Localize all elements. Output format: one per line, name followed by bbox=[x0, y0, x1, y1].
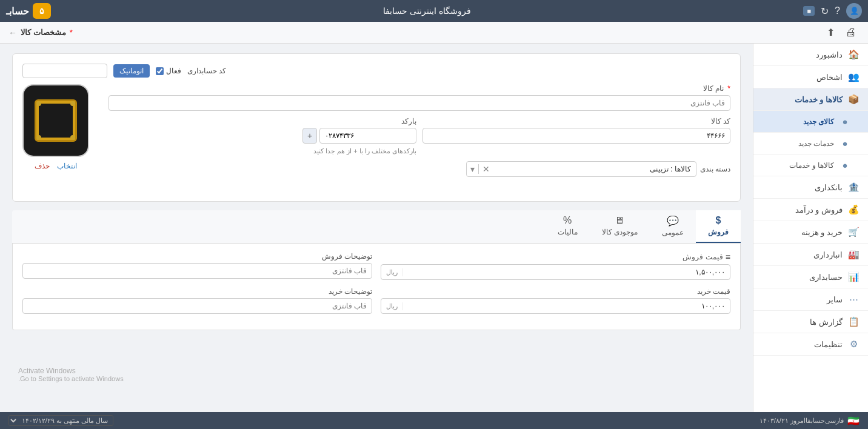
sidebar-item-kalaye-jadid[interactable]: ● کالای جدید bbox=[753, 111, 868, 133]
tab-maliyat[interactable]: % مالیات bbox=[546, 210, 590, 243]
desc-kharid-label: توضیحات خرید bbox=[22, 287, 372, 296]
faeal-checkbox-wrap: فعال bbox=[156, 67, 181, 75]
tab-omoomi[interactable]: 💬 عمومی bbox=[650, 210, 696, 243]
sidebar-label-sayer: سایر bbox=[827, 295, 843, 304]
sidebar-label-kharid: خرید و هزینه bbox=[801, 228, 843, 237]
sidebar: 🏠 داشبورد 👥 اشخاص 📦 کالاها و خدمات ● کال… bbox=[753, 44, 868, 412]
daste-select[interactable]: کالاها : تزیینی ✕ ▾ bbox=[466, 161, 696, 177]
kharid-icon: 🛒 bbox=[847, 227, 860, 238]
barcode-add-button[interactable]: + bbox=[302, 128, 317, 144]
kod-kala-group: کد کالا bbox=[422, 117, 730, 155]
barcode-input-wrap: + bbox=[109, 128, 416, 144]
sidebar-item-ashkhas[interactable]: 👥 اشخاص bbox=[753, 66, 868, 88]
refresh-icon[interactable]: ↻ bbox=[821, 5, 829, 17]
sidebar-item-kala-khadamat2[interactable]: ● کالاها و خدمات bbox=[753, 155, 868, 176]
svg-point-8 bbox=[70, 101, 75, 106]
bankdari-icon: 🏦 bbox=[847, 182, 860, 193]
image-delete-button[interactable]: حذف bbox=[35, 162, 50, 170]
nam-kala-group: * نام کالا کد کالا بارکد bbox=[109, 84, 730, 184]
daste-row: دسته بندی کالاها : تزیینی ✕ ▾ bbox=[109, 161, 730, 177]
otomatik-label: اتوماتیک bbox=[119, 67, 144, 75]
sidebar-item-gozaresh[interactable]: 📋 گزارش ها bbox=[753, 311, 868, 333]
svg-rect-6 bbox=[39, 104, 73, 138]
activate-msg: Go to Settings to activate Windows. bbox=[18, 375, 741, 382]
kalaye-jadid-icon: ● bbox=[839, 116, 851, 127]
price-kharid-input-wrap: ریال bbox=[381, 298, 730, 314]
svg-point-9 bbox=[36, 135, 41, 140]
price-foroush-input-wrap: ریال bbox=[381, 264, 730, 280]
help-icon[interactable]: ? bbox=[835, 5, 840, 16]
otomatik-button[interactable]: اتوماتیک bbox=[113, 64, 150, 78]
sidebar-item-anbar[interactable]: 🏭 انبارداری bbox=[753, 244, 868, 266]
dashboard-icon: 🏠 bbox=[847, 49, 860, 60]
sidebar-item-hesabdari[interactable]: 📊 حسابداری bbox=[753, 266, 868, 288]
app-name-bottom: حسابفا bbox=[806, 417, 825, 425]
desc-kharid-input[interactable] bbox=[22, 298, 372, 314]
svg-point-7 bbox=[36, 101, 41, 106]
foroush-tab-icon: $ bbox=[716, 215, 721, 226]
logo-text: حسابـ bbox=[6, 5, 29, 17]
gozaresh-icon: 📋 bbox=[847, 316, 860, 327]
nam-kala-row: * نام کالا کد کالا بارکد bbox=[22, 84, 730, 184]
header-left-icons: 👤 ? ↻ ■ bbox=[803, 3, 862, 19]
kod-kala-input[interactable] bbox=[422, 128, 730, 144]
kod-hesabdari-row: کد حسابداری فعال اتوماتیک bbox=[22, 64, 730, 78]
sidebar-item-kharid[interactable]: 🛒 خرید و هزینه bbox=[753, 221, 868, 244]
price-foroush-input[interactable] bbox=[403, 265, 730, 279]
main-layout: 🏠 داشبورد 👥 اشخاص 📦 کالاها و خدمات ● کال… bbox=[0, 44, 868, 412]
sidebar-item-bankdari[interactable]: 🏦 بانکداری bbox=[753, 176, 868, 199]
avatar[interactable]: 👤 bbox=[846, 3, 862, 19]
daste-arrow-icon[interactable]: ▾ bbox=[467, 164, 479, 174]
tab-mojoodi[interactable]: 🖥 موجودی کالا bbox=[590, 210, 650, 243]
sidebar-label-gozaresh: گزارش ها bbox=[810, 318, 843, 327]
price-foroush-group: ≡ قیمت فروش ریال bbox=[381, 252, 730, 280]
sidebar-item-foroush[interactable]: 💰 فروش و درآمد bbox=[753, 199, 868, 221]
sidebar-label-ashkhas: اشخاص bbox=[816, 73, 843, 82]
daste-value: کالاها : تزیینی bbox=[493, 162, 696, 176]
upload-button[interactable]: ⬆ bbox=[824, 25, 838, 39]
product-image-svg bbox=[32, 96, 80, 145]
desc-foroush-input[interactable] bbox=[22, 263, 372, 279]
sidebar-label-kala: کالاها و خدمات bbox=[795, 95, 843, 104]
tab-foroush[interactable]: $ فروش bbox=[696, 210, 741, 243]
fiscal-year-select[interactable]: سال مالی منتهی به ۱۴۰۲/۱۲/۲۹ bbox=[8, 415, 113, 426]
image-select-button[interactable]: انتخاب bbox=[57, 162, 77, 170]
top-header: 👤 ? ↻ ■ فروشگاه اینترنتی حسابفا ۵ حسابـ bbox=[0, 0, 868, 22]
sidebar-item-dashboard[interactable]: 🏠 داشبورد bbox=[753, 44, 868, 66]
price-kharid-group: قیمت خرید ریال bbox=[381, 287, 730, 314]
logo-icon: ۵ bbox=[33, 3, 51, 19]
sidebar-label-kalaye-jadid: کالای جدید bbox=[803, 118, 834, 126]
barcode-input[interactable] bbox=[319, 128, 416, 144]
window-icon[interactable]: ■ bbox=[803, 6, 815, 16]
app-title: فروشگاه اینترنتی حسابفا bbox=[51, 6, 803, 16]
kod-hesabdari-input[interactable] bbox=[22, 64, 107, 78]
maliyat-tab-icon: % bbox=[563, 215, 572, 226]
bottom-bar: 🇮🇷 فارسی حسابفا امروز ۱۴۰۳/۸/۲۱ سال مالی… bbox=[0, 412, 868, 429]
daste-clear-icon[interactable]: ✕ bbox=[479, 164, 493, 174]
breadcrumb: * مشخصات کالا ← bbox=[8, 28, 73, 38]
omoomi-tab-icon: 💬 bbox=[667, 215, 679, 227]
tanzimat-icon: ⚙ bbox=[847, 339, 860, 350]
sidebar-item-kala[interactable]: 📦 کالاها و خدمات bbox=[753, 88, 868, 111]
price-kharid-input[interactable] bbox=[403, 299, 730, 313]
sidebar-item-tanzimat[interactable]: ⚙ تنظیمات bbox=[753, 333, 868, 356]
print-button[interactable]: 🖨 bbox=[843, 25, 860, 40]
activate-windows-section: Activate Windows Go to Settings to activ… bbox=[12, 367, 741, 382]
sidebar-item-khadamat-jadid[interactable]: ● خدمات جدید bbox=[753, 133, 868, 155]
sayer-icon: ⋯ bbox=[847, 294, 860, 305]
faeal-checkbox[interactable] bbox=[156, 67, 164, 75]
nam-kala-input[interactable] bbox=[109, 95, 730, 111]
sidebar-item-sayer[interactable]: ⋯ سایر bbox=[753, 288, 868, 311]
foroush-price-row: ≡ قیمت فروش ریال توضیحات فروش bbox=[22, 252, 730, 280]
mojoodi-tab-icon: 🖥 bbox=[615, 215, 624, 226]
sidebar-label-foroush: فروش و درآمد bbox=[795, 205, 843, 215]
desc-foroush-label: توضیحات فروش bbox=[22, 252, 372, 261]
activate-title: Activate Windows bbox=[18, 367, 741, 375]
language-label: فارسی bbox=[825, 417, 844, 425]
daste-label: دسته بندی bbox=[700, 165, 730, 173]
list-icon[interactable]: ≡ bbox=[726, 252, 730, 262]
svg-point-10 bbox=[70, 135, 75, 140]
price-kharid-label: قیمت خرید bbox=[381, 287, 730, 296]
mojoodi-tab-label: موجودی کالا bbox=[602, 228, 638, 236]
fiscal-year-section: سال مالی منتهی به ۱۴۰۲/۱۲/۲۹ bbox=[8, 415, 113, 426]
